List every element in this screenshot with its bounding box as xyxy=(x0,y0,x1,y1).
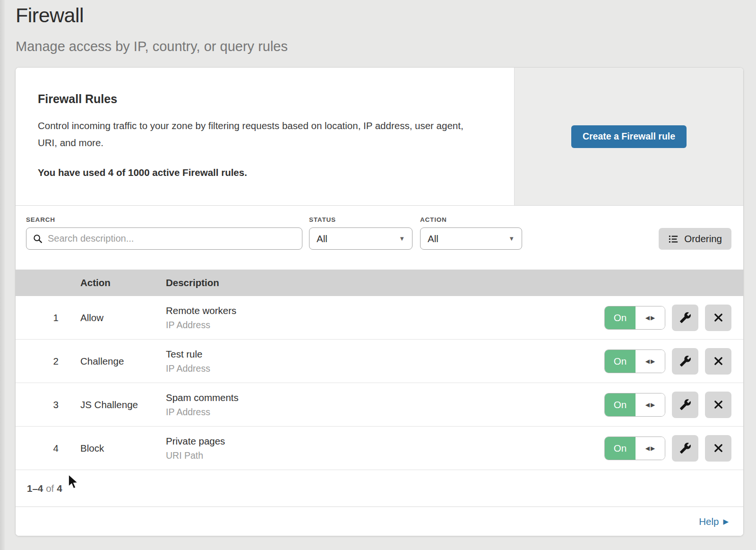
edit-rule-button[interactable] xyxy=(672,348,698,375)
arrow-right-icon: ▶ xyxy=(651,358,655,365)
create-firewall-rule-button[interactable]: Create a Firewall rule xyxy=(571,125,687,148)
rules-usage-text: You have used 4 of 1000 active Firewall … xyxy=(38,167,481,178)
arrow-right-icon: ▶ xyxy=(651,402,655,408)
toggle-on-segment: On xyxy=(605,350,636,373)
rule-enabled-toggle[interactable]: On ◀ ▶ xyxy=(604,306,665,330)
rule-number: 4 xyxy=(16,443,80,454)
action-label: ACTION xyxy=(420,216,522,223)
wrench-icon xyxy=(679,312,691,323)
rule-action: Challenge xyxy=(80,356,166,367)
rule-number: 3 xyxy=(16,399,80,410)
search-box[interactable] xyxy=(26,227,302,250)
pagination-of: of xyxy=(46,483,54,494)
page-header: Firewall Manage access by IP, country, o… xyxy=(0,0,756,54)
action-select-value: All xyxy=(428,233,438,244)
edit-rule-button[interactable] xyxy=(672,392,698,418)
search-icon xyxy=(33,234,43,244)
filter-bar: SEARCH STATUS All ▼ ACTION All ▼ xyxy=(16,206,743,270)
rule-match-type: URI Path xyxy=(166,450,604,461)
rule-description-cell: Spam comments IP Address xyxy=(166,392,604,418)
ordering-button-label: Ordering xyxy=(684,233,722,244)
pagination-bar: 1–4 of 4 xyxy=(16,470,743,507)
close-icon xyxy=(713,399,724,410)
table-row: 3 JS Challenge Spam comments IP Address … xyxy=(16,383,743,427)
pagination-total: 4 xyxy=(57,483,62,494)
rule-match-type: IP Address xyxy=(166,363,604,374)
arrow-left-icon: ◀ xyxy=(645,358,650,365)
rule-action: Block xyxy=(80,443,166,454)
page-left-edge xyxy=(0,0,5,550)
close-icon xyxy=(713,312,724,323)
arrow-right-icon: ▶ xyxy=(651,445,655,452)
edit-rule-button[interactable] xyxy=(672,305,698,331)
wrench-icon xyxy=(679,399,691,410)
rule-description: Remote workers xyxy=(166,305,604,316)
rule-description-cell: Private pages URI Path xyxy=(166,436,604,461)
ordering-button[interactable]: Ordering xyxy=(659,228,731,250)
search-input[interactable] xyxy=(48,233,296,244)
table-row: 2 Challenge Test rule IP Address On ◀ ▶ xyxy=(16,340,743,383)
pagination-range: 1–4 xyxy=(27,483,43,494)
rule-description-cell: Remote workers IP Address xyxy=(166,305,604,331)
rule-enabled-toggle[interactable]: On ◀ ▶ xyxy=(604,349,665,373)
delete-rule-button[interactable] xyxy=(705,392,731,418)
arrow-right-icon: ▶ xyxy=(723,517,729,526)
delete-rule-button[interactable] xyxy=(705,305,731,331)
arrow-left-icon: ◀ xyxy=(645,402,650,408)
rule-enabled-toggle[interactable]: On ◀ ▶ xyxy=(604,393,665,417)
toggle-handle: ◀ ▶ xyxy=(636,393,665,416)
rule-description: Test rule xyxy=(166,349,604,360)
hero-action-panel: Create a Firewall rule xyxy=(515,68,743,205)
ordered-list-icon xyxy=(668,234,679,244)
toggle-handle: ◀ ▶ xyxy=(636,350,665,373)
table-row: 4 Block Private pages URI Path On ◀ ▶ xyxy=(16,427,743,470)
wrench-icon xyxy=(679,355,691,367)
help-link[interactable]: Help ▶ xyxy=(699,516,729,527)
column-action: Action xyxy=(80,277,166,288)
action-filter-group: ACTION All ▼ xyxy=(420,216,522,250)
delete-rule-button[interactable] xyxy=(705,435,731,462)
chevron-down-icon: ▼ xyxy=(399,235,405,242)
toggle-on-segment: On xyxy=(605,306,636,329)
toggle-on-segment: On xyxy=(605,437,636,460)
search-filter-group: SEARCH xyxy=(26,216,302,250)
edit-rule-button[interactable] xyxy=(672,435,698,462)
page-title: Firewall xyxy=(16,4,756,27)
status-select[interactable]: All ▼ xyxy=(309,227,412,250)
toggle-handle: ◀ ▶ xyxy=(636,306,665,329)
rule-action: Allow xyxy=(80,312,166,323)
arrow-left-icon: ◀ xyxy=(645,445,650,452)
rule-number: 1 xyxy=(16,312,80,323)
rule-enabled-toggle[interactable]: On ◀ ▶ xyxy=(604,437,665,460)
column-description: Description xyxy=(166,277,743,288)
rule-match-type: IP Address xyxy=(166,407,604,418)
rule-controls: On ◀ ▶ xyxy=(604,392,743,418)
firewall-rules-card: Firewall Rules Control incoming traffic … xyxy=(16,68,743,536)
delete-rule-button[interactable] xyxy=(705,348,731,375)
close-icon xyxy=(713,443,724,454)
table-row: 1 Allow Remote workers IP Address On ◀ ▶ xyxy=(16,296,743,340)
rule-description: Private pages xyxy=(166,436,604,447)
card-footer: Help ▶ xyxy=(16,507,743,536)
wrench-icon xyxy=(679,442,691,454)
rule-match-type: IP Address xyxy=(166,320,604,331)
rule-controls: On ◀ ▶ xyxy=(604,348,743,375)
rule-action: JS Challenge xyxy=(80,399,166,410)
status-select-value: All xyxy=(317,233,327,244)
hero-section: Firewall Rules Control incoming traffic … xyxy=(16,68,743,206)
rule-number: 2 xyxy=(16,356,80,367)
status-filter-group: STATUS All ▼ xyxy=(309,216,412,250)
rule-description-cell: Test rule IP Address xyxy=(166,349,604,374)
search-label: SEARCH xyxy=(26,216,302,223)
rule-controls: On ◀ ▶ xyxy=(604,305,743,331)
chevron-down-icon: ▼ xyxy=(508,235,515,242)
table-header: Action Description xyxy=(16,270,743,296)
toggle-handle: ◀ ▶ xyxy=(636,437,665,460)
arrow-left-icon: ◀ xyxy=(645,314,650,321)
status-label: STATUS xyxy=(309,216,412,223)
hero-description: Control incoming traffic to your zone by… xyxy=(38,117,481,151)
rule-description: Spam comments xyxy=(166,392,604,403)
action-select[interactable]: All ▼ xyxy=(420,227,522,250)
arrow-right-icon: ▶ xyxy=(651,314,655,321)
page-subtitle: Manage access by IP, country, or query r… xyxy=(16,39,756,54)
